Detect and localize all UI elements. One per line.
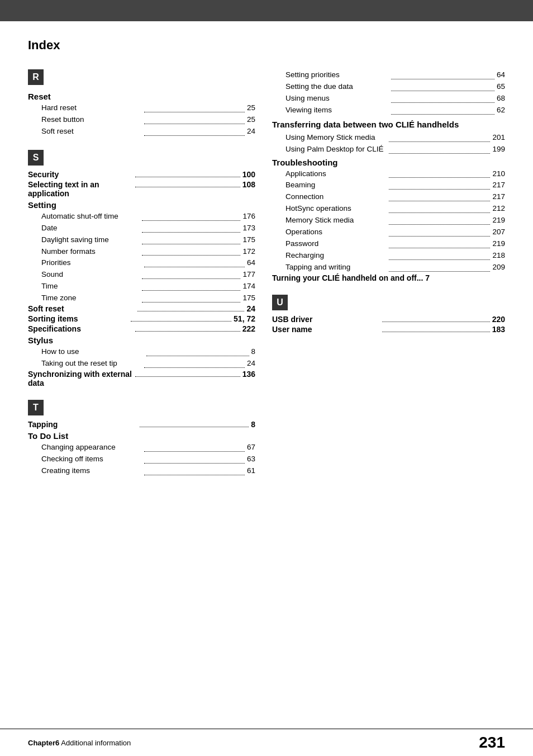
entry-label: Using Palm Desktop for CLIÉ — [285, 144, 387, 155]
entry-label: USB driver — [272, 315, 380, 324]
entry-dots — [142, 292, 240, 303]
group-header: Setting — [28, 200, 255, 210]
index-entry: Selecting text in an application108 — [28, 180, 255, 198]
entry-dots — [135, 187, 240, 187]
section-block: TTapping8To Do ListChanging appearance67… — [28, 400, 255, 477]
entry-dots — [140, 427, 249, 427]
entry-page: 183 — [492, 325, 505, 334]
entry-label: Automatic shut-off time — [41, 211, 140, 223]
entry-dots — [137, 311, 245, 311]
entry-page: 209 — [492, 262, 505, 273]
entry-page: 25 — [247, 102, 255, 114]
index-entry: Connection217 — [272, 191, 505, 203]
entry-dots — [389, 262, 490, 272]
footer-chapter: Chapter6 Additional information — [28, 739, 131, 747]
index-entry: Hard reset25 — [28, 102, 255, 114]
entry-dots — [135, 376, 240, 377]
entry-label: Specifications — [28, 324, 133, 333]
entry-dots — [142, 211, 240, 221]
section-letter: T — [28, 400, 44, 415]
entry-page: 8 — [251, 420, 255, 429]
entry-dots — [382, 332, 490, 332]
entry-page: 201 — [492, 132, 505, 144]
entry-page: 67 — [247, 442, 255, 453]
index-entry: HotSync operations212 — [272, 203, 505, 215]
entry-label: Beaming — [285, 179, 387, 191]
entry-label: How to use — [41, 346, 144, 358]
entry-label: Reset button — [41, 114, 142, 126]
entry-dots — [146, 346, 249, 356]
entry-label: Taking out the reset tip — [41, 358, 142, 370]
entry-dots — [142, 246, 240, 256]
entry-page: 68 — [497, 93, 505, 105]
entry-label: Creating items — [41, 465, 142, 477]
index-entry: Time zone175 — [28, 292, 255, 304]
entry-label: Tapping and writing — [285, 262, 387, 273]
entry-page: 219 — [492, 238, 505, 250]
entry-label: Daylight saving time — [41, 234, 140, 246]
entry-label: Security — [28, 170, 133, 179]
entry-dots — [142, 223, 240, 233]
two-column-layout: RResetHard reset25Reset button25Soft res… — [28, 69, 505, 489]
index-entry: Specifications222 — [28, 324, 255, 333]
section-block: RResetHard reset25Reset button25Soft res… — [28, 69, 255, 138]
entry-page: 24 — [246, 304, 255, 313]
index-entry: Taking out the reset tip24 — [28, 358, 255, 370]
entry-label: Synchronizing with external data — [28, 370, 133, 388]
group-header: Reset — [28, 92, 255, 101]
index-entry: Using menus68 — [272, 93, 505, 105]
entry-page: 219 — [492, 215, 505, 226]
index-entry: Changing appearance67 — [28, 442, 255, 453]
entry-page: 222 — [242, 324, 255, 333]
entry-page: 25 — [247, 114, 255, 126]
entry-page: 173 — [242, 223, 255, 234]
index-entry: Tapping and writing209 — [272, 262, 505, 273]
entry-page: 63 — [247, 453, 255, 465]
entry-page: 177 — [242, 269, 255, 281]
entry-page: 24 — [247, 126, 255, 138]
entry-page: 212 — [492, 203, 505, 215]
index-entry: Viewing items62 — [272, 105, 505, 116]
entry-label: Soft reset — [41, 126, 142, 138]
entry-dots — [142, 234, 240, 244]
index-entry: Daylight saving time175 — [28, 234, 255, 246]
entry-dots — [144, 442, 245, 452]
entry-label: Password — [285, 238, 387, 250]
entry-dots — [144, 114, 245, 124]
footer: Chapter6 Additional information 231 — [0, 729, 533, 756]
entry-dots — [389, 250, 490, 260]
entry-label: Recharging — [285, 250, 387, 262]
entry-label: Changing appearance — [41, 442, 142, 453]
footer-chapter-desc: Additional information — [61, 739, 131, 747]
index-entry: Security100 — [28, 170, 255, 179]
entry-label: Setting priorities — [285, 69, 389, 81]
entry-page: 51, 72 — [234, 314, 255, 323]
index-entry: Number formats172 — [28, 246, 255, 258]
entry-dots — [131, 321, 231, 322]
index-entry: Soft reset24 — [28, 126, 255, 138]
index-entry: Creating items61 — [28, 465, 255, 477]
index-entry: Recharging218 — [272, 250, 505, 262]
index-entry: Setting priorities64 — [272, 69, 505, 81]
entry-dots — [389, 226, 490, 237]
index-entry: Reset button25 — [28, 114, 255, 126]
entry-dots — [382, 322, 490, 322]
entry-label: Using menus — [285, 93, 389, 105]
index-entry: User name183 — [272, 325, 505, 334]
entry-page: 8 — [251, 346, 256, 358]
entry-dots — [391, 69, 494, 79]
entry-page: 217 — [492, 191, 505, 203]
section-letter: R — [28, 69, 44, 85]
entry-label: Sound — [41, 269, 140, 281]
section-letter: U — [272, 295, 288, 310]
entry-page: 207 — [492, 226, 505, 238]
index-entry: Memory Stick media219 — [272, 215, 505, 226]
entry-page: 24 — [247, 358, 255, 370]
entry-label: Memory Stick media — [285, 215, 387, 226]
index-entry: Using Memory Stick media201 — [272, 132, 505, 144]
entry-page: 64 — [497, 69, 505, 81]
entry-page: 108 — [242, 180, 255, 189]
entry-label: Applications — [285, 168, 387, 180]
entry-dots — [389, 215, 490, 225]
section-letter: S — [28, 150, 44, 166]
